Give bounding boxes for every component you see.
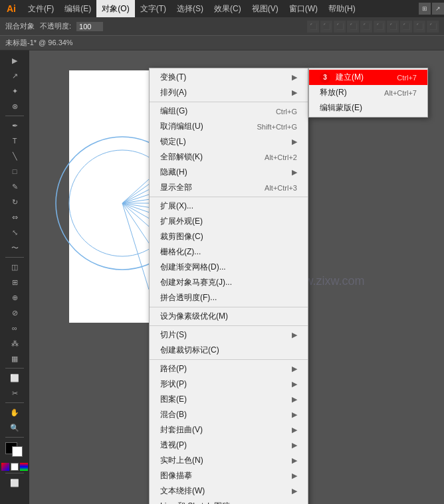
direct-selection-tool[interactable]: ↗ [3,68,27,83]
line-tool[interactable]: ╲ [3,149,27,163]
submenu-item-edit[interactable]: 编辑蒙版(E) [309,100,427,116]
menu-item-expand[interactable]: 扩展(X)... [150,199,308,214]
menu-item-envelope-distort[interactable]: 封套扭曲(V) ▶ [150,422,308,438]
menu-item-crop-marks[interactable]: 创建裁切标记(C) [150,343,308,358]
gradient-tool[interactable]: ◫ [3,260,27,274]
align-bottom-icon[interactable]: ⬛ [374,21,386,33]
mirror-tool[interactable]: ⇔ [3,210,27,224]
menu-item-mosaic[interactable]: 创建对象马赛克(J)... [150,275,308,290]
tool-sep-5 [5,437,24,438]
menu-item-rasterize[interactable]: 栅格化(Z)... [150,244,308,260]
selection-tool[interactable]: ▶ [3,53,27,68]
menu-effect[interactable]: 效果(C) [209,0,247,17]
opacity-label: 不透明度: [40,21,71,31]
align-top-icon[interactable]: ⬛ [347,21,359,33]
tool-sep-4 [5,402,24,403]
menu-item-live-paint[interactable]: 实时上色(N) ▶ [150,453,308,468]
menu-item-line-sketch[interactable]: Line 和 Sketch 图稿 ▶ [150,499,308,504]
color-icon[interactable] [1,463,9,471]
canvas-titlebar: 未标题-1* @ 96.34% [0,36,444,50]
menu-item-unlock-all[interactable]: 全部解锁(K) Alt+Ctrl+2 [150,149,308,165]
blend-tool[interactable]: ∞ [3,321,27,335]
screen-mode[interactable]: ⬜ [3,475,27,490]
artboard-tool[interactable]: ⬜ [3,371,27,385]
color-boxes [3,442,27,461]
menu-file[interactable]: 文件(F) [23,0,59,17]
none-icon[interactable] [11,463,19,471]
submenu-clipping-mask: 3 建立(M) Ctrl+7 释放(R) Alt+Ctrl+7 编辑蒙版(E) [308,68,428,118]
scale-tool[interactable]: ⤡ [3,225,27,240]
menu-view[interactable]: 视图(V) [247,0,284,17]
zoom-tool[interactable]: 🔍 [3,420,27,435]
menu-help[interactable]: 帮助(H) [323,0,361,17]
distribute-icon[interactable]: ⬛ [413,21,425,33]
warp-tool[interactable]: 〜 [3,240,27,255]
menu-item-expand-appearance[interactable]: 扩展外观(E) [150,214,308,229]
distribute-icon2[interactable]: ⬛ [427,21,439,33]
menu-item-crop-image[interactable]: 裁剪图像(C) [150,229,308,244]
menu-item-lock[interactable]: 锁定(L) ▶ [150,134,308,149]
pen-tool[interactable]: ✒ [3,118,27,133]
menu-item-text-wrap[interactable]: 文本绕排(W) ▶ [150,483,308,499]
menu-window[interactable]: 窗口(W) [284,0,323,17]
slice-tool[interactable]: ✂ [3,386,27,400]
rotate-tool[interactable]: ↻ [3,195,27,209]
type-tool[interactable]: T [3,133,27,148]
shape-builder[interactable]: ⊕ [3,290,27,305]
canvas-title: 未标题-1* @ 96.34% [5,38,73,48]
menu-item-image-trace[interactable]: 图像描摹 ▶ [150,468,308,483]
menu-item-perspective[interactable]: 透视(P) ▶ [150,438,308,453]
distribute-h-icon[interactable]: ⬛ [387,21,399,33]
menu-object[interactable]: 对象(O) [96,0,134,17]
secondary-toolbar: 混合对象 不透明度: 100 ⬛ ⬛ ⬛ ⬛ ⬛ ⬛ ⬛ ⬛ ⬛ ⬛ [0,17,444,36]
tool-sep-1 [5,116,24,116]
menu-item-path[interactable]: 路径(P) ▶ [150,361,308,377]
grid-icon[interactable]: ⊞ [419,3,431,15]
menu-edit[interactable]: 编辑(E) [59,0,96,17]
dropdown-menu-object: 变换(T) ▶ 排列(A) ▶ 编组(G) Ctrl+G 取消编组(U) Shi… [149,68,308,504]
gradient-icon[interactable] [20,463,28,471]
menu-item-ungroup[interactable]: 取消编组(U) Shift+Ctrl+G [150,119,308,134]
menu-item-flatten-transparency[interactable]: 拼合透明度(F)... [150,290,308,305]
dropdown-section-3: 扩展(X)... 扩展外观(E) 裁剪图像(C) 栅格化(Z)... 创建渐变网… [150,197,308,307]
menu-item-pixel-perfect[interactable]: 设为像素级优化(M) [150,309,308,324]
stroke-color[interactable] [12,446,23,457]
dropdown-section-6: 路径(P) ▶ 形状(P) ▶ 图案(E) ▶ 混合(B) ▶ 封套扭曲(V) [150,360,308,504]
menu-item-hide[interactable]: 隐藏(H) ▶ [150,165,308,180]
opacity-value[interactable]: 100 [76,22,103,31]
align-center-icon[interactable]: ⬛ [320,21,332,33]
menu-item-gradient-mesh[interactable]: 创建渐变网格(D)... [150,260,308,275]
eyedropper[interactable]: ⊘ [3,305,27,320]
menu-item-transform[interactable]: 变换(T) ▶ [150,70,308,85]
menu-item-arrange[interactable]: 排列(A) ▶ [150,85,308,100]
dropdown-section-5: 切片(S) ▶ 创建裁切标记(C) [150,326,308,360]
tool-sep-3 [5,368,24,369]
menu-item-show-all[interactable]: 显示全部 Alt+Ctrl+3 [150,180,308,195]
chart-tool[interactable]: ▦ [3,351,27,366]
menu-item-blend[interactable]: 混合(B) ▶ [150,407,308,422]
app-logo: Ai [0,0,23,17]
paint-brush[interactable]: ✎ [3,179,27,194]
mesh-tool[interactable]: ⊞ [3,275,27,290]
symbol-tool[interactable]: ⁂ [3,336,27,351]
submenu-item-release[interactable]: 释放(R) Alt+Ctrl+7 [309,85,427,100]
menu-text[interactable]: 文字(T) [135,0,171,17]
menu-item-shape[interactable]: 形状(P) ▶ [150,377,308,392]
submenu-item-make[interactable]: 3 建立(M) Ctrl+7 [309,70,427,85]
menu-item-pattern[interactable]: 图案(E) ▶ [150,392,308,407]
menu-item-group[interactable]: 编组(G) Ctrl+G [150,104,308,119]
expand-icon[interactable]: ↗ [432,3,444,15]
distribute-v-icon[interactable]: ⬛ [400,21,412,33]
menu-right-icons: ⊞ ↗ [419,3,444,15]
magic-wand-tool[interactable]: ✦ [3,84,27,98]
dropdown-section-4: 设为像素级优化(M) [150,307,308,326]
menu-item-slice[interactable]: 切片(S) ▶ [150,327,308,343]
lasso-tool[interactable]: ⊗ [3,99,27,114]
align-middle-icon[interactable]: ⬛ [360,21,372,33]
hand-tool[interactable]: ✋ [3,405,27,420]
align-left-icon[interactable]: ⬛ [307,21,319,33]
rect-tool[interactable]: □ [3,164,27,179]
menu-select[interactable]: 选择(S) [171,0,209,17]
submenu-section-1: 3 建立(M) Ctrl+7 释放(R) Alt+Ctrl+7 编辑蒙版(E) [309,68,427,117]
align-right-icon[interactable]: ⬛ [334,21,346,33]
